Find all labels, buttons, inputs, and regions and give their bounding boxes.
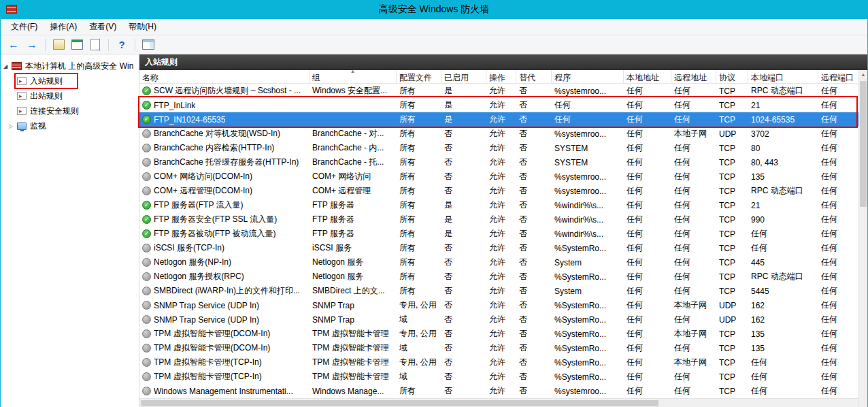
cell-name: ✓SCW 远程访问防火墙规则 – Scshost - ... bbox=[139, 85, 310, 97]
cell-action: 允许 bbox=[486, 128, 516, 140]
table-row[interactable]: SNMP Trap Service (UDP In)SNMP Trap专用, 公… bbox=[139, 298, 867, 312]
cell-remote_port: 任何 bbox=[818, 328, 859, 340]
tree-root[interactable]: ◢本地计算机 上的高级安全 Win bbox=[1, 59, 139, 74]
cell-profile: 专用, 公用 bbox=[397, 328, 441, 340]
menu-item-view[interactable]: 查看(V) bbox=[83, 18, 122, 35]
table-row[interactable]: ✓FTP 服务器安全(FTP SSL 流入量)FTP 服务器所有是允许否%win… bbox=[139, 212, 867, 227]
rule-name: SCW 远程访问防火墙规则 – Scshost - ... bbox=[154, 85, 301, 97]
cell-name: SMBDirect (iWARP-In)上的文件和打印... bbox=[139, 285, 310, 297]
cell-group: COM+ 远程管理 bbox=[310, 185, 397, 197]
action-pane-icon[interactable] bbox=[141, 37, 156, 52]
cell-profile: 所有 bbox=[397, 171, 441, 182]
cell-program: %windir%\s... bbox=[552, 229, 624, 239]
expanded-triangle-icon[interactable]: ◢ bbox=[3, 63, 12, 69]
table-row[interactable]: ✓FTP_InLink所有是允许否任何任何任何TCP21任何 bbox=[139, 98, 867, 112]
cell-profile: 所有 bbox=[397, 257, 441, 268]
vertical-scrollbar-thumb[interactable] bbox=[860, 81, 867, 207]
cell-remote_port: 任何 bbox=[818, 142, 859, 154]
column-header-7[interactable]: 本地地址 bbox=[624, 70, 671, 83]
table-row[interactable]: iSCSI 服务(TCP-In)iSCSI 服务所有否允许否%SystemRo.… bbox=[139, 241, 867, 255]
cell-protocol: TCP bbox=[716, 86, 748, 96]
table-row[interactable]: ✓FTP_IN1024-65535所有是允许否任何任何任何TCP1024-655… bbox=[139, 112, 867, 127]
table-row[interactable]: SNMP Trap Service (UDP In)SNMP Trap域否允许否… bbox=[139, 312, 867, 327]
cell-program: %systemroo... bbox=[552, 387, 624, 396]
cell-local_address: 任何 bbox=[624, 99, 671, 111]
table-row[interactable]: BranchCache 对等机发现(WSD-In)BranchCache - 对… bbox=[139, 127, 867, 141]
cell-program: %SystemRo... bbox=[552, 272, 624, 282]
cell-local_port: 990 bbox=[748, 215, 818, 225]
table-row[interactable]: TPM 虚拟智能卡管理(DCOM-In)TPM 虚拟智能卡管理专用, 公用否允许… bbox=[139, 327, 867, 341]
rule-name: BranchCache 对等机发现(WSD-In) bbox=[154, 128, 280, 140]
cell-profile: 所有 bbox=[397, 271, 441, 282]
table-row[interactable]: Netlogon 服务授权(RPC)Netlogon 服务所有否允许否%Syst… bbox=[139, 270, 867, 284]
back-icon[interactable] bbox=[6, 37, 21, 52]
table-row[interactable]: ✓SCW 远程访问防火墙规则 – Scshost - ...Windows 安全… bbox=[139, 84, 867, 98]
table-row[interactable]: ✓FTP 服务器被动(FTP 被动流入量)FTP 服务器所有是允许否%windi… bbox=[139, 227, 867, 241]
column-header-3[interactable]: 已启用 bbox=[441, 70, 486, 83]
vertical-scrollbar[interactable] bbox=[858, 70, 867, 407]
cell-local_port: 21 bbox=[748, 101, 818, 110]
rule-name: Windows Management Instrumentati... bbox=[154, 387, 293, 396]
console-window-icon[interactable] bbox=[69, 37, 84, 52]
column-header-1[interactable]: 组 bbox=[310, 70, 397, 83]
menu-item-file[interactable]: 文件(F) bbox=[5, 18, 44, 35]
collapsed-triangle-icon[interactable]: ▷ bbox=[9, 123, 17, 129]
horizontal-scrollbar-thumb[interactable] bbox=[141, 400, 658, 406]
cell-action: 允许 bbox=[486, 285, 516, 297]
horizontal-scrollbar[interactable] bbox=[139, 398, 858, 407]
table-row[interactable]: TPM 虚拟智能卡管理(DCOM-In)TPM 虚拟智能卡管理域否允许否%Sys… bbox=[139, 341, 867, 355]
cell-enabled: 是 bbox=[441, 99, 486, 111]
table-row[interactable]: COM+ 网络访问(DCOM-In)COM+ 网络访问所有否允许否%system… bbox=[139, 169, 867, 184]
sidebar-item-inbound-rules[interactable]: 入站规则 bbox=[1, 74, 139, 88]
cell-override: 否 bbox=[516, 257, 552, 268]
menu-item-action[interactable]: 操作(A) bbox=[44, 18, 83, 35]
export-list-icon[interactable] bbox=[88, 37, 103, 52]
table-row[interactable]: COM+ 远程管理(DCOM-In)COM+ 远程管理所有否允许否%system… bbox=[139, 184, 867, 198]
sidebar-item-outbound-rules[interactable]: 出站规则 bbox=[1, 88, 139, 103]
table-row[interactable]: BranchCache 托管缓存服务器(HTTP-In)BranchCache … bbox=[139, 155, 867, 169]
table-row[interactable]: SMBDirect (iWARP-In)上的文件和打印...SMBDirect … bbox=[139, 284, 867, 298]
show-console-tree-icon[interactable] bbox=[51, 37, 66, 52]
column-header-6[interactable]: 程序 bbox=[552, 70, 624, 83]
cell-name: ✓FTP 服务器被动(FTP 被动流入量) bbox=[139, 228, 310, 240]
cell-action: 允许 bbox=[486, 371, 516, 382]
scroll-up-icon[interactable] bbox=[859, 70, 867, 80]
sidebar-item-connection-security-rules[interactable]: 连接安全规则 bbox=[1, 103, 139, 118]
column-header-2[interactable]: 配置文件 bbox=[397, 70, 441, 83]
column-header-0[interactable]: 名称 bbox=[139, 70, 310, 83]
cell-remote_port: 任何 bbox=[818, 271, 859, 282]
column-header-11[interactable]: 远程端口 bbox=[818, 70, 859, 83]
cell-local_address: 任何 bbox=[624, 214, 671, 225]
title-bar[interactable]: 高级安全 Windows 防火墙 bbox=[1, 0, 867, 19]
column-header-10[interactable]: 本地端口 bbox=[748, 70, 818, 83]
disabled-rule-icon bbox=[142, 244, 151, 253]
cell-protocol: TCP bbox=[716, 358, 748, 368]
sidebar-item-monitoring[interactable]: ▷监视 bbox=[1, 118, 139, 133]
cell-name: ✓FTP 服务器(FTP 流入量) bbox=[139, 199, 310, 211]
column-header-4[interactable]: 操作 bbox=[486, 70, 516, 83]
table-row[interactable]: ✓FTP 服务器(FTP 流入量)FTP 服务器所有是允许否%windir%\s… bbox=[139, 198, 867, 212]
disabled-rule-icon bbox=[142, 129, 151, 138]
cell-program: System bbox=[552, 258, 624, 267]
column-header-9[interactable]: 协议 bbox=[716, 70, 748, 83]
table-row[interactable]: TPM 虚拟智能卡管理(TCP-In)TPM 虚拟智能卡管理专用, 公用否允许否… bbox=[139, 355, 867, 370]
table-row[interactable]: BranchCache 内容检索(HTTP-In)BranchCache - 内… bbox=[139, 141, 867, 155]
menu-item-help[interactable]: 帮助(H) bbox=[122, 18, 163, 35]
cell-local_port: 5445 bbox=[748, 287, 818, 296]
cell-local_port: 任何 bbox=[748, 371, 818, 382]
table-row[interactable]: TPM 虚拟智能卡管理(TCP-In)TPM 虚拟智能卡管理域否允许否%Syst… bbox=[139, 370, 867, 384]
cell-remote_address: 任何 bbox=[671, 199, 716, 211]
column-header-8[interactable]: 远程地址 bbox=[671, 70, 716, 83]
cell-remote_port: 任何 bbox=[818, 257, 859, 268]
forward-icon[interactable] bbox=[24, 37, 39, 52]
cell-remote_port: 任何 bbox=[818, 171, 859, 182]
table-row[interactable]: Windows Management Instrumentati...Windo… bbox=[139, 384, 867, 398]
table-row[interactable]: Netlogon 服务(NP-In)Netlogon 服务所有否允许否Syste… bbox=[139, 255, 867, 270]
help-icon[interactable] bbox=[114, 37, 129, 52]
cell-action: 允许 bbox=[486, 228, 516, 240]
cell-remote_address: 本地子网 bbox=[671, 299, 716, 311]
enabled-rule-icon: ✓ bbox=[142, 229, 151, 238]
cell-program: SYSTEM bbox=[552, 158, 624, 167]
cell-remote_port: 任何 bbox=[818, 85, 859, 97]
column-header-5[interactable]: 替代 bbox=[516, 70, 552, 83]
